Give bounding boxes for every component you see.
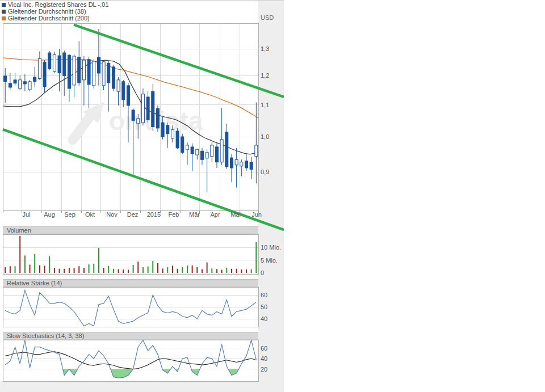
time-axis-label: Nov — [100, 211, 123, 218]
time-axis-label: Okt — [79, 211, 102, 218]
rsi-axis-label: 60 — [261, 292, 267, 298]
currency-label: USD — [261, 14, 274, 21]
svg-text:onVista: onVista — [109, 106, 203, 136]
volume-axis-label: 5 Mio. — [261, 257, 278, 264]
stochastics-axis-label: 40 — [261, 355, 267, 362]
ma200-swatch-icon — [2, 16, 6, 20]
time-axis-label: Jul — [15, 211, 38, 218]
volume-axis-label: 10 Mio. — [261, 244, 281, 251]
volume-axis-label: 0 — [261, 269, 264, 276]
legend-item-label: Gleitender Durchschnitt (200) — [8, 15, 90, 22]
price-axis-label: 1,2 — [261, 72, 269, 79]
rsi-axis-label: 40 — [261, 315, 267, 322]
stock-chart-widget: onVista Vical Inc. Registered Shares DL … — [0, 0, 284, 392]
time-axis-label: Aug — [38, 211, 61, 218]
time-axis-label: Apr — [204, 211, 227, 218]
time-axis-label: Mär — [183, 211, 206, 218]
time-axis-label: 2015 — [142, 211, 165, 218]
time-axis-label: Dez — [121, 211, 144, 218]
price-axis-label: 1,1 — [261, 102, 269, 108]
rsi-axis-label: 50 — [261, 304, 267, 310]
time-axis-label: Mai — [224, 211, 247, 218]
chart-legend: Vical Inc. Registered Shares DL -,01 Gle… — [1, 1, 108, 22]
price-axis-label: 1,3 — [261, 45, 269, 52]
time-axis-label: Sep — [58, 211, 81, 218]
ma38-swatch-icon — [2, 10, 6, 14]
legend-item-price: Vical Inc. Registered Shares DL -,01 — [1, 1, 108, 8]
price-axis-label: 0,9 — [261, 168, 269, 175]
price-series-swatch-icon — [2, 3, 6, 7]
rsi-panel-header: Relative Stärke (14) — [3, 279, 258, 287]
legend-item-label: Vical Inc. Registered Shares DL -,01 — [8, 1, 108, 8]
stochastics-panel-header: Slow Stochastics (14, 3, 38) — [3, 332, 258, 340]
stochastics-axis-label: 20 — [261, 366, 267, 373]
time-axis-label: Jun — [245, 211, 268, 218]
legend-item-label: Gleitender Durchschnitt (38) — [8, 8, 86, 15]
legend-item-ma38: Gleitender Durchschnitt (38) — [1, 8, 108, 15]
volume-panel-header: Volumen — [3, 226, 258, 234]
time-axis-label: Feb — [162, 211, 185, 218]
legend-item-ma200: Gleitender Durchschnitt (200) — [1, 15, 108, 22]
stochastics-axis-label: 60 — [261, 345, 267, 352]
page: onVista Vical Inc. Registered Shares DL … — [0, 0, 545, 392]
price-axis-label: 1,0 — [261, 133, 269, 140]
